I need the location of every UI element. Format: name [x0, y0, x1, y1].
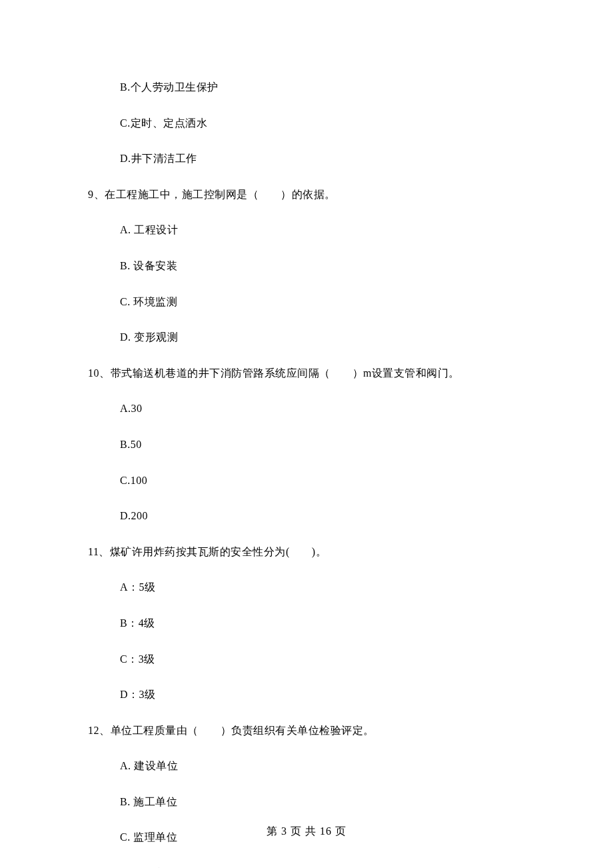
- q11-option-b: B：4级: [120, 615, 525, 632]
- page-content: B.个人劳动卫生保护 C.定时、定点洒水 D.井下清洁工作 9、在工程施工中，施…: [0, 0, 613, 868]
- q10-text: 10、带式输送机巷道的井下消防管路系统应间隔（ ）m设置支管和阀门。: [88, 365, 525, 382]
- q11-option-a: A：5级: [120, 579, 525, 596]
- q9-option-c: C. 环境监测: [120, 293, 525, 311]
- q10-option-c: C.100: [120, 472, 525, 489]
- q11-text: 11、煤矿许用炸药按其瓦斯的安全性分为( )。: [88, 543, 525, 561]
- q9-text: 9、在工程施工中，施工控制网是（ ）的依据。: [88, 186, 525, 203]
- q8-option-d: D.井下清洁工作: [120, 150, 525, 167]
- q8-option-b: B.个人劳动卫生保护: [120, 79, 525, 96]
- q12-option-b: B. 施工单位: [120, 793, 525, 811]
- q10-option-d: D.200: [120, 507, 525, 525]
- q11-option-c: C：3级: [120, 651, 525, 668]
- q9-option-b: B. 设备安装: [120, 257, 525, 275]
- q9-option-a: A. 工程设计: [120, 221, 525, 239]
- q11-option-d: D：3级: [120, 686, 525, 703]
- q12-option-a: A. 建设单位: [120, 757, 525, 775]
- q12-text: 12、单位工程质量由（ ）负责组织有关单位检验评定。: [88, 722, 525, 739]
- q9-option-d: D. 变形观测: [120, 329, 525, 346]
- q8-option-c: C.定时、定点洒水: [120, 115, 525, 132]
- q10-option-b: B.50: [120, 436, 525, 453]
- page-footer: 第 3 页 共 16 页: [0, 823, 613, 840]
- q12-option-d: D. 分包单位: [120, 865, 525, 868]
- q10-option-a: A.30: [120, 400, 525, 417]
